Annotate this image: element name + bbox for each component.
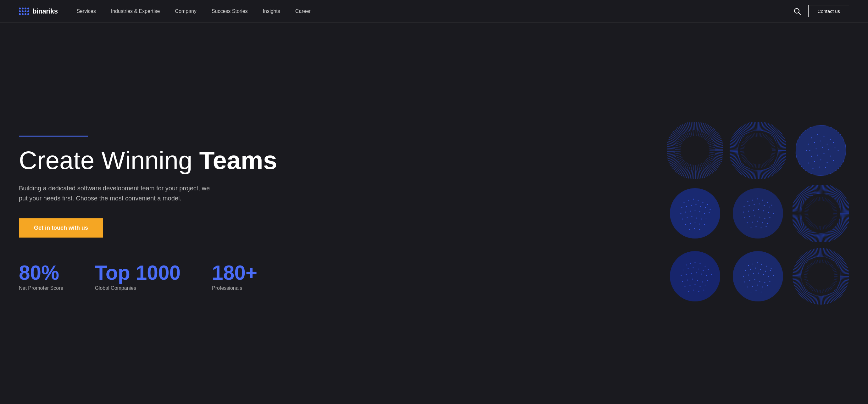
stat-top1000: Top 1000 Global Companies [95,263,181,291]
nav-item-success-stories[interactable]: Success Stories [212,8,248,14]
svg-point-163 [744,282,745,283]
nav-item-career[interactable]: Career [295,8,311,14]
svg-point-149 [771,268,772,269]
svg-point-43 [707,204,708,205]
svg-point-64 [685,224,686,225]
stat-professionals: 180+ Professionals [212,263,257,291]
svg-point-162 [773,275,774,276]
svg-point-88 [758,209,759,210]
svg-point-165 [754,280,755,280]
svg-point-157 [748,275,749,276]
svg-point-71 [699,229,700,230]
svg-point-70 [694,228,695,229]
svg-point-112 [695,262,696,263]
svg-point-108 [806,199,835,228]
svg-point-96 [765,218,766,219]
svg-point-133 [707,280,708,281]
svg-point-109 [670,251,720,301]
contact-button[interactable]: Contact us [808,5,849,17]
svg-point-65 [690,223,691,224]
svg-point-148 [767,266,767,267]
svg-point-168 [770,281,771,282]
search-icon[interactable] [794,8,801,15]
hero-title-bold: Teams [199,146,277,174]
svg-point-150 [745,270,746,271]
svg-point-15 [820,141,822,142]
svg-point-32 [813,168,814,169]
svg-point-87 [753,210,754,211]
svg-point-155 [770,270,771,271]
svg-point-123 [691,273,692,274]
svg-point-23 [811,156,812,157]
logo[interactable]: binariks [19,7,58,16]
svg-point-46 [691,205,692,206]
svg-point-53 [690,211,691,212]
stat-nps-label: Net Promoter Score [19,285,63,291]
svg-point-156 [743,276,744,277]
svg-point-113 [700,263,701,264]
svg-point-85 [743,212,744,213]
svg-point-91 [773,213,774,214]
svg-point-102 [767,223,768,224]
svg-point-39 [688,200,689,201]
nav-item-industries[interactable]: Industries & Expertise [111,8,160,14]
nav-item-insights[interactable]: Insights [263,8,280,14]
svg-point-81 [754,204,755,205]
svg-point-103 [751,228,752,228]
svg-point-36 [838,150,839,151]
svg-point-62 [701,219,702,220]
hero-accent-line [19,136,88,137]
svg-point-135 [690,285,691,286]
svg-point-119 [703,270,704,271]
dot-circle-9 [793,248,849,305]
svg-point-74 [752,200,753,201]
svg-point-127 [711,275,712,275]
svg-point-128 [682,281,683,282]
svg-point-94 [754,215,755,217]
svg-point-45 [686,206,687,207]
svg-point-14 [814,142,815,143]
svg-point-40 [693,199,694,200]
svg-point-68 [704,224,705,225]
stat-top1000-label: Global Companies [95,285,181,291]
svg-point-56 [704,213,705,214]
svg-point-151 [750,269,751,270]
nav-item-services[interactable]: Services [76,8,96,14]
svg-point-132 [702,282,703,283]
hero-title-normal: Create Winning [19,146,199,174]
svg-point-24 [817,155,818,156]
svg-point-98 [747,223,748,223]
svg-point-47 [696,204,696,205]
svg-point-0 [795,8,799,13]
svg-point-28 [814,161,815,162]
nav-item-company[interactable]: Company [175,8,196,14]
svg-point-173 [767,285,768,286]
svg-point-125 [701,274,702,275]
svg-point-140 [693,290,694,291]
dot-circle-5 [730,185,786,242]
svg-point-59 [687,218,688,219]
stat-professionals-label: Professionals [212,285,257,291]
svg-point-31 [833,160,834,161]
dot-circle-6 [793,185,849,242]
cta-button[interactable]: Get in touch with us [19,219,103,237]
svg-point-120 [708,269,709,270]
svg-point-146 [757,262,758,263]
svg-point-49 [705,207,706,208]
stat-nps-value: 80% [19,263,63,283]
dots-decoration [667,122,849,305]
navbar: binariks Services Industries & Expertise… [0,0,868,23]
stats-section: 80% Net Promoter Score Top 1000 Global C… [19,263,475,291]
dot-circle-1 [667,122,723,179]
svg-point-169 [747,287,748,288]
svg-point-152 [755,268,756,269]
svg-point-136 [695,284,696,285]
svg-point-97 [770,217,771,218]
nav-links: Services Industries & Expertise Company … [76,8,794,14]
dot-circle-2 [730,122,786,179]
svg-point-89 [763,210,764,211]
svg-point-27 [808,163,809,164]
svg-point-122 [686,274,687,275]
svg-point-82 [759,204,760,204]
svg-point-145 [752,264,753,265]
